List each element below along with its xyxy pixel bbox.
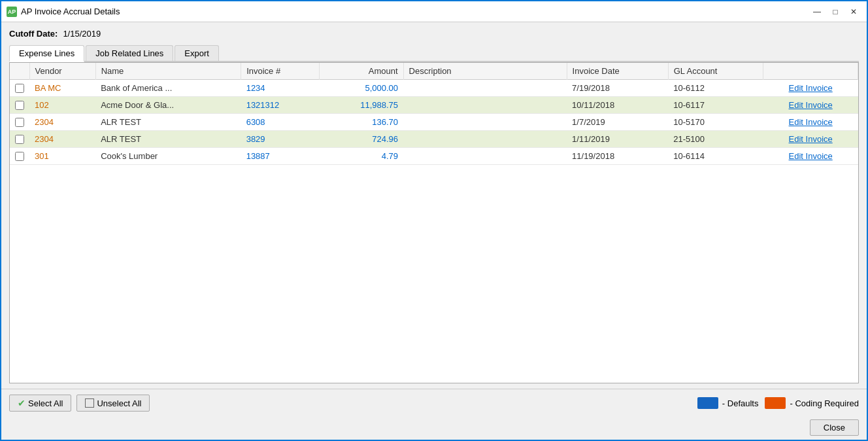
legend-defaults: - Defaults bbox=[697, 397, 759, 409]
close-button[interactable]: Close bbox=[810, 419, 859, 436]
coding-swatch bbox=[765, 397, 786, 409]
row-vendor: 301 bbox=[29, 148, 95, 165]
invoice-table: Vendor Name Invoice # Amount Description… bbox=[10, 63, 858, 165]
edit-invoice-link[interactable]: Edit Invoice bbox=[789, 134, 833, 144]
row-checkbox[interactable] bbox=[15, 152, 24, 161]
tab-job-related-lines[interactable]: Job Related Lines bbox=[86, 45, 173, 61]
row-gl-account: 10-5170 bbox=[668, 114, 763, 131]
col-header-description: Description bbox=[403, 63, 567, 80]
row-action: Edit Invoice bbox=[763, 114, 858, 131]
row-amount: 136.70 bbox=[320, 114, 403, 131]
row-name: ALR TEST bbox=[95, 114, 241, 131]
close-title-button[interactable]: ✕ bbox=[846, 5, 861, 18]
table-row: BA MCBank of America ...12345,000.007/19… bbox=[10, 80, 858, 97]
row-action: Edit Invoice bbox=[763, 131, 858, 148]
edit-invoice-link[interactable]: Edit Invoice bbox=[789, 83, 833, 93]
col-header-vendor: Vendor bbox=[29, 63, 95, 80]
row-name: ALR TEST bbox=[95, 131, 241, 148]
window-controls: — □ ✕ bbox=[809, 5, 861, 18]
defaults-label: - Defaults bbox=[722, 398, 759, 408]
table-row: 2304ALR TEST3829724.961/11/201921-5100Ed… bbox=[10, 131, 858, 148]
row-checkbox-cell bbox=[10, 131, 29, 148]
row-gl-account: 10-6117 bbox=[668, 97, 763, 114]
row-vendor: 2304 bbox=[29, 131, 95, 148]
invoice-table-container: Vendor Name Invoice # Amount Description… bbox=[9, 62, 859, 383]
coding-label: - Coding Required bbox=[790, 398, 859, 408]
row-invoice-date: 1/11/2019 bbox=[567, 131, 668, 148]
row-checkbox[interactable] bbox=[15, 84, 24, 93]
row-amount: 4.79 bbox=[320, 148, 403, 165]
row-vendor: BA MC bbox=[29, 80, 95, 97]
footer-right: - Defaults - Coding Required bbox=[697, 397, 859, 409]
row-invoice-num: 1234 bbox=[241, 80, 320, 97]
app-icon: AP bbox=[7, 7, 17, 17]
row-invoice-num: 13887 bbox=[241, 148, 320, 165]
maximize-button[interactable]: □ bbox=[827, 5, 843, 18]
edit-invoice-link[interactable]: Edit Invoice bbox=[789, 117, 833, 127]
unselect-all-button[interactable]: Unselect All bbox=[76, 395, 150, 412]
cutoff-row: Cutoff Date: 1/15/2019 bbox=[9, 29, 859, 39]
row-gl-account: 10-6112 bbox=[668, 80, 763, 97]
row-invoice-date: 11/19/2018 bbox=[567, 148, 668, 165]
row-name: Bank of America ... bbox=[95, 80, 241, 97]
cutoff-value: 1/15/2019 bbox=[63, 29, 101, 39]
col-header-amount: Amount bbox=[320, 63, 403, 80]
window-title: AP Invoice Accrual Details bbox=[21, 7, 809, 16]
row-name: Acme Door & Gla... bbox=[95, 97, 241, 114]
row-description bbox=[403, 80, 567, 97]
main-window: AP AP Invoice Accrual Details — □ ✕ Cuto… bbox=[0, 0, 868, 441]
row-action: Edit Invoice bbox=[763, 80, 858, 97]
tab-bar: Expense Lines Job Related Lines Export bbox=[9, 45, 859, 62]
footer-left: ✔ Select All Unselect All bbox=[9, 395, 697, 412]
row-checkbox[interactable] bbox=[15, 101, 24, 110]
row-invoice-date: 1/7/2019 bbox=[567, 114, 668, 131]
footer: ✔ Select All Unselect All - Defaults - C… bbox=[1, 389, 867, 417]
row-invoice-num: 1321312 bbox=[241, 97, 320, 114]
check-icon: ✔ bbox=[18, 398, 25, 408]
row-action: Edit Invoice bbox=[763, 97, 858, 114]
minimize-button[interactable]: — bbox=[809, 5, 825, 18]
cutoff-label: Cutoff Date: bbox=[9, 29, 58, 39]
row-invoice-num: 3829 bbox=[241, 131, 320, 148]
row-checkbox-cell bbox=[10, 97, 29, 114]
row-action: Edit Invoice bbox=[763, 148, 858, 165]
checkbox-icon bbox=[85, 398, 94, 408]
row-gl-account: 10-6114 bbox=[668, 148, 763, 165]
row-amount: 5,000.00 bbox=[320, 80, 403, 97]
row-checkbox[interactable] bbox=[15, 135, 24, 144]
select-all-button[interactable]: ✔ Select All bbox=[9, 395, 71, 412]
row-amount: 11,988.75 bbox=[320, 97, 403, 114]
col-header-gl-account: GL Account bbox=[668, 63, 763, 80]
table-row: 301Cook's Lumber138874.7911/19/201810-61… bbox=[10, 148, 858, 165]
row-description bbox=[403, 131, 567, 148]
table-header-row: Vendor Name Invoice # Amount Description… bbox=[10, 63, 858, 80]
edit-invoice-link[interactable]: Edit Invoice bbox=[789, 151, 833, 161]
row-description bbox=[403, 114, 567, 131]
edit-invoice-link[interactable]: Edit Invoice bbox=[789, 100, 833, 110]
row-amount: 724.96 bbox=[320, 131, 403, 148]
row-vendor: 102 bbox=[29, 97, 95, 114]
row-name: Cook's Lumber bbox=[95, 148, 241, 165]
tab-export[interactable]: Export bbox=[175, 45, 219, 61]
row-checkbox-cell bbox=[10, 148, 29, 165]
row-checkbox[interactable] bbox=[15, 118, 24, 127]
row-invoice-date: 10/11/2018 bbox=[567, 97, 668, 114]
col-header-invoice-date: Invoice Date bbox=[567, 63, 668, 80]
row-description bbox=[403, 97, 567, 114]
legend-coding: - Coding Required bbox=[765, 397, 859, 409]
col-header-checkbox bbox=[10, 63, 29, 80]
select-all-label: Select All bbox=[28, 398, 63, 408]
tab-expense-lines[interactable]: Expense Lines bbox=[9, 45, 84, 62]
window-body: Cutoff Date: 1/15/2019 Expense Lines Job… bbox=[1, 22, 867, 389]
row-invoice-date: 7/19/2018 bbox=[567, 80, 668, 97]
row-checkbox-cell bbox=[10, 80, 29, 97]
col-header-action bbox=[763, 63, 858, 80]
unselect-all-label: Unselect All bbox=[97, 398, 141, 408]
row-checkbox-cell bbox=[10, 114, 29, 131]
row-gl-account: 21-5100 bbox=[668, 131, 763, 148]
table-row: 2304ALR TEST6308136.701/7/201910-5170Edi… bbox=[10, 114, 858, 131]
row-invoice-num: 6308 bbox=[241, 114, 320, 131]
bottom-bar: Close bbox=[1, 417, 867, 440]
col-header-invoice-num: Invoice # bbox=[241, 63, 320, 80]
table-row: 102Acme Door & Gla...132131211,988.7510/… bbox=[10, 97, 858, 114]
